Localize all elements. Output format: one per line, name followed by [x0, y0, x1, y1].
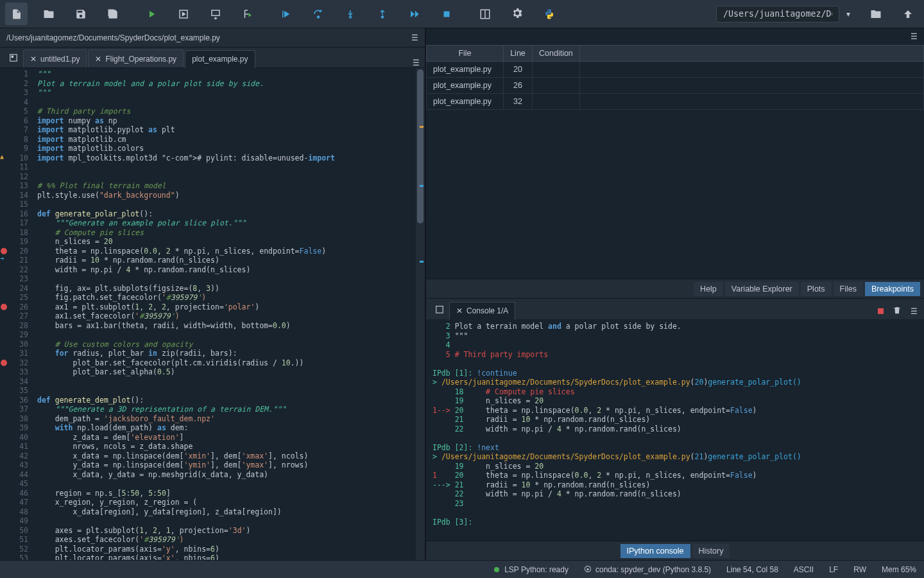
status-encoding: ASCII	[794, 565, 814, 574]
step-over-button[interactable]	[307, 3, 329, 25]
file-browser-icon[interactable]	[4, 48, 23, 67]
pane-tab-files[interactable]: Files	[834, 282, 863, 296]
debug-button[interactable]	[275, 3, 297, 25]
preferences-button[interactable]	[506, 3, 528, 25]
svg-rect-1	[212, 10, 219, 15]
right-top-pane-tabs: HelpVariable ExplorerPlotsFilesBreakpoin…	[426, 279, 924, 298]
python-path-button[interactable]	[538, 3, 560, 25]
run-cell-button[interactable]	[172, 3, 194, 25]
svg-point-3	[381, 16, 383, 18]
svg-point-2	[317, 16, 319, 18]
editor-tab-bar: ✕untitled1.py ✕Flight_Operations.py plot…	[0, 48, 425, 68]
console-menu-icon[interactable]: ☰	[911, 307, 918, 316]
editor-scrollbar[interactable]	[416, 68, 425, 560]
breakpoints-table: File Line Condition plot_example.py20plo…	[426, 45, 924, 110]
status-rw: RW	[853, 565, 866, 574]
stop-console-button[interactable]	[878, 308, 884, 314]
browse-dir-button[interactable]	[864, 3, 887, 25]
save-button[interactable]	[69, 3, 92, 25]
close-icon[interactable]: ✕	[30, 55, 37, 64]
svg-rect-8	[436, 306, 443, 313]
status-cursor-pos: Line 54, Col 58	[726, 565, 778, 574]
breadcrumb: /Users/juanitagomez/Documents/SpyderDocs…	[6, 33, 220, 42]
status-mem: Mem 65%	[882, 565, 916, 574]
breadcrumb-bar: /Users/juanitagomez/Documents/SpyderDocs…	[0, 28, 425, 48]
tab-plot-example[interactable]: plot_example.py	[185, 50, 255, 68]
continue-button[interactable]	[403, 3, 425, 25]
run-cell-advance-button[interactable]	[204, 3, 227, 25]
main-toolbar: ▾	[0, 0, 924, 28]
table-row[interactable]: plot_example.py26	[427, 78, 924, 94]
tab-flight-operations[interactable]: ✕Flight_Operations.py	[88, 49, 184, 67]
col-condition[interactable]: Condition	[533, 46, 580, 62]
ipython-console[interactable]: 2 Plot a terrain model and a polar plot …	[426, 319, 924, 541]
code-editor[interactable]: ➔▲ 1234567891011121314151617181920212223…	[0, 68, 425, 560]
pane-tab-ipython-console[interactable]: IPython console	[620, 544, 690, 558]
close-icon[interactable]: ✕	[456, 306, 463, 315]
close-icon[interactable]: ✕	[95, 55, 101, 64]
console-tab[interactable]: ✕Console 1/A	[449, 302, 515, 320]
breakpoints-menu-icon[interactable]: ☰	[911, 32, 918, 41]
run-selection-button[interactable]	[236, 3, 259, 25]
tab-menu-icon[interactable]: ☰	[407, 58, 425, 67]
col-file[interactable]: File	[427, 46, 504, 62]
pane-tab-breakpoints[interactable]: Breakpoints	[865, 282, 920, 296]
remove-console-button[interactable]	[893, 306, 902, 317]
breakpoints-pane: File Line Condition plot_example.py20plo…	[426, 45, 924, 279]
pane-tab-history[interactable]: History	[692, 544, 730, 558]
save-all-button[interactable]	[101, 3, 124, 25]
console-browser-icon[interactable]	[430, 300, 449, 319]
editor-options-icon[interactable]: ☰	[411, 33, 418, 42]
pane-tab-plots[interactable]: Plots	[801, 282, 832, 296]
stop-debug-button[interactable]	[435, 3, 458, 25]
status-lsp[interactable]: LSP Python: ready	[493, 565, 569, 574]
table-row[interactable]: plot_example.py32	[427, 94, 924, 110]
col-line[interactable]: Line	[504, 46, 533, 62]
open-file-button[interactable]	[37, 3, 60, 25]
svg-point-9	[494, 567, 499, 572]
new-file-button[interactable]	[5, 3, 28, 25]
status-eol: LF	[829, 565, 838, 574]
path-dropdown-button[interactable]: ▾	[842, 3, 855, 25]
svg-rect-4	[443, 11, 449, 17]
tab-untitled1[interactable]: ✕untitled1.py	[23, 49, 87, 67]
status-conda[interactable]: ⦿ conda: spyder_dev (Python 3.8.5)	[584, 565, 711, 574]
table-row[interactable]: plot_example.py20	[427, 62, 924, 78]
status-bar: LSP Python: ready ⦿ conda: spyder_dev (P…	[0, 560, 924, 578]
pane-tab-variable-explorer[interactable]: Variable Explorer	[725, 282, 799, 296]
step-into-button[interactable]	[339, 3, 361, 25]
working-dir-input[interactable]	[716, 6, 839, 22]
right-bottom-pane-tabs: IPython consoleHistory	[426, 541, 924, 560]
parent-dir-button[interactable]	[896, 3, 919, 25]
step-out-button[interactable]	[371, 3, 393, 25]
maximize-pane-button[interactable]	[474, 3, 496, 25]
pane-tab-help[interactable]: Help	[694, 282, 723, 296]
run-button[interactable]	[140, 3, 162, 25]
svg-rect-7	[12, 56, 14, 58]
